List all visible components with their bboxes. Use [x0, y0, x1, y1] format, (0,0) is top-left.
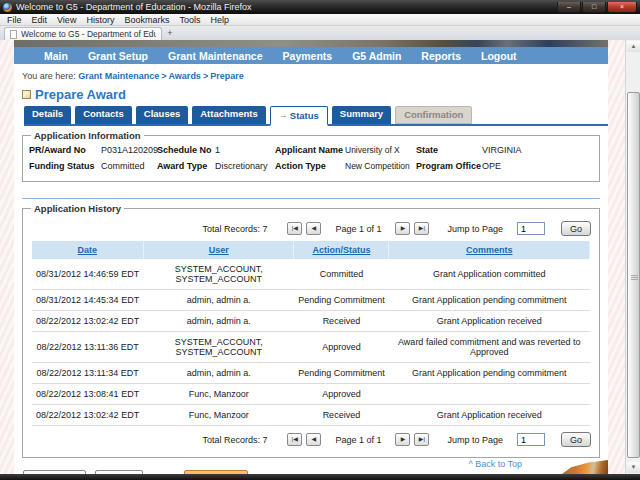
total-records-label: Total Records: 7 [202, 224, 267, 234]
column-header-action-status[interactable]: Action/Status [294, 241, 389, 259]
next-page-button[interactable]: ▶ [395, 222, 410, 235]
breadcrumb-prepare[interactable]: Prepare [210, 71, 244, 81]
g5-swoosh-graphic [562, 460, 608, 474]
jump-to-page-label: Jump to Page [447, 435, 503, 445]
last-page-button[interactable]: ▶| [414, 222, 429, 235]
field-value-schedule-no: 1 [215, 145, 275, 155]
tab-details[interactable]: Details [24, 106, 71, 124]
nav-reports[interactable]: Reports [411, 50, 471, 62]
field-value-award-type: Discretionary [215, 161, 275, 171]
minimize-button[interactable]: – [557, 2, 581, 13]
cell-user: admin, admin a. [143, 363, 294, 384]
first-page-button[interactable]: |◀ [287, 433, 302, 446]
scrollbar-thumb[interactable] [627, 92, 640, 458]
column-header-date[interactable]: Date [32, 241, 144, 259]
menu-help[interactable]: Help [205, 15, 234, 25]
menu-bookmarks[interactable]: Bookmarks [119, 15, 174, 25]
new-tab-button[interactable]: + [162, 28, 178, 40]
page-viewport: Main Grant Setup Grant Maintenance Payme… [0, 40, 625, 474]
tab-confirmation: Confirmation [395, 106, 472, 124]
tab-summary[interactable]: Summary [332, 106, 391, 124]
breadcrumb-separator: > [159, 71, 168, 81]
field-value-pr-award-no: P031A120209 [101, 145, 157, 155]
cell-date: 08/31/2012 14:45:34 EDT [32, 290, 144, 311]
field-label-applicant-name: Applicant Name [275, 145, 345, 155]
back-to-top-link[interactable]: ^ Back to Top [468, 459, 522, 469]
field-value-applicant-name: University of X [345, 145, 416, 155]
g5-banner-image [14, 40, 608, 47]
pagination-bottom: Total Records: 7 |◀ ◀ Page 1 of 1 ▶ ▶| J… [29, 432, 591, 447]
current-tab-arrow-icon: → [279, 110, 288, 120]
jump-to-page-input[interactable] [517, 433, 545, 446]
tab-status[interactable]: →Status [270, 106, 328, 126]
field-label-action-type: Action Type [275, 161, 345, 171]
cell-comments: Grant Application received [389, 311, 590, 332]
scroll-down-icon[interactable]: ▼ [627, 462, 640, 473]
menu-history[interactable]: History [81, 15, 119, 25]
menu-edit[interactable]: Edit [27, 15, 53, 25]
table-row: 08/22/2012 13:02:42 EDT Func, Manzoor Re… [32, 405, 590, 426]
tab-attachments[interactable]: Attachments [192, 106, 266, 124]
cell-comments: Grant Application received [389, 405, 590, 426]
nav-g5-admin[interactable]: G5 Admin [342, 50, 411, 62]
last-page-button[interactable]: ▶| [414, 433, 429, 446]
scroll-up-icon[interactable]: ▲ [627, 41, 640, 52]
cell-comments: Grant Application pending commitment [389, 290, 590, 311]
menu-tools[interactable]: Tools [174, 15, 205, 25]
cell-action: Pending Commitment [294, 363, 389, 384]
field-label-schedule-no: Schedule No [157, 145, 215, 155]
table-row: 08/31/2012 14:45:34 EDT admin, admin a. … [32, 290, 590, 311]
cell-action: Approved [294, 384, 389, 405]
previous-page-button[interactable]: ◀ [306, 222, 321, 235]
cell-comments: Grant Application pending commitment [389, 363, 590, 384]
nav-grant-setup[interactable]: Grant Setup [78, 50, 158, 62]
previous-page-button[interactable]: ◀ [306, 433, 321, 446]
first-page-button[interactable]: |◀ [287, 222, 302, 235]
jump-to-page-label: Jump to Page [447, 224, 503, 234]
go-button[interactable]: Go [561, 432, 591, 447]
column-header-comments[interactable]: Comments [389, 241, 590, 259]
cell-action: Received [294, 405, 389, 426]
column-header-user[interactable]: User [143, 241, 294, 259]
pagination-top: Total Records: 7 |◀ ◀ Page 1 of 1 ▶ ▶| J… [29, 221, 591, 236]
close-button[interactable]: × [607, 2, 637, 13]
menu-view[interactable]: View [52, 15, 81, 25]
table-row: 08/22/2012 13:02:42 EDT admin, admin a. … [32, 311, 590, 332]
total-records-label: Total Records: 7 [202, 435, 267, 445]
breadcrumb-awards[interactable]: Awards [169, 71, 201, 81]
browser-menubar: File Edit View History Bookmarks Tools H… [0, 14, 640, 26]
cell-user: Func, Manzoor [143, 405, 294, 426]
page-favicon [10, 30, 17, 39]
menu-file[interactable]: File [2, 15, 27, 25]
cell-comments: Grant Application committed [389, 259, 590, 290]
cell-user: SYSTEM_ACCOUNT, SYSTEM_ACCOUNT [143, 259, 294, 290]
application-history-section: Application History Total Records: 7 |◀ … [22, 203, 600, 458]
nav-main[interactable]: Main [34, 50, 78, 62]
scrollbar-grip-icon [631, 275, 638, 280]
maximize-button[interactable]: □ [582, 2, 606, 13]
cell-action: Approved [294, 332, 389, 363]
go-button[interactable]: Go [561, 221, 591, 236]
cell-date: 08/22/2012 13:02:42 EDT [32, 311, 144, 332]
field-label-pr-award-no: PR/Award No [29, 145, 101, 155]
cell-date: 08/22/2012 13:11:34 EDT [32, 363, 144, 384]
vertical-scrollbar[interactable]: ▲ ▼ [625, 40, 640, 474]
breadcrumb-grant-maintenance[interactable]: Grant Maintenance [78, 71, 159, 81]
cell-comments [389, 384, 590, 405]
breadcrumb: You are here: Grant Maintenance>Awards>P… [22, 71, 608, 81]
cell-date: 08/22/2012 13:11:36 EDT [32, 332, 144, 363]
nav-grant-maintenance[interactable]: Grant Maintenance [158, 50, 273, 62]
firefox-window: Welcome to G5 - Department of Education … [0, 0, 640, 480]
tab-clauses[interactable]: Clauses [136, 106, 188, 124]
nav-logout[interactable]: Logout [471, 50, 527, 62]
field-value-funding-status: Committed [101, 161, 157, 171]
g5-page: Main Grant Setup Grant Maintenance Payme… [14, 40, 608, 474]
window-titlebar: Welcome to G5 - Department of Education … [0, 0, 640, 14]
field-value-program-office: OPE [482, 161, 593, 171]
next-page-button[interactable]: ▶ [395, 433, 410, 446]
nav-payments[interactable]: Payments [273, 50, 343, 62]
window-bottom-border [0, 474, 640, 480]
browser-tab[interactable]: Welcome to G5 - Department of Edu... [4, 27, 162, 40]
tab-contacts[interactable]: Contacts [75, 106, 132, 124]
jump-to-page-input[interactable] [517, 222, 545, 235]
